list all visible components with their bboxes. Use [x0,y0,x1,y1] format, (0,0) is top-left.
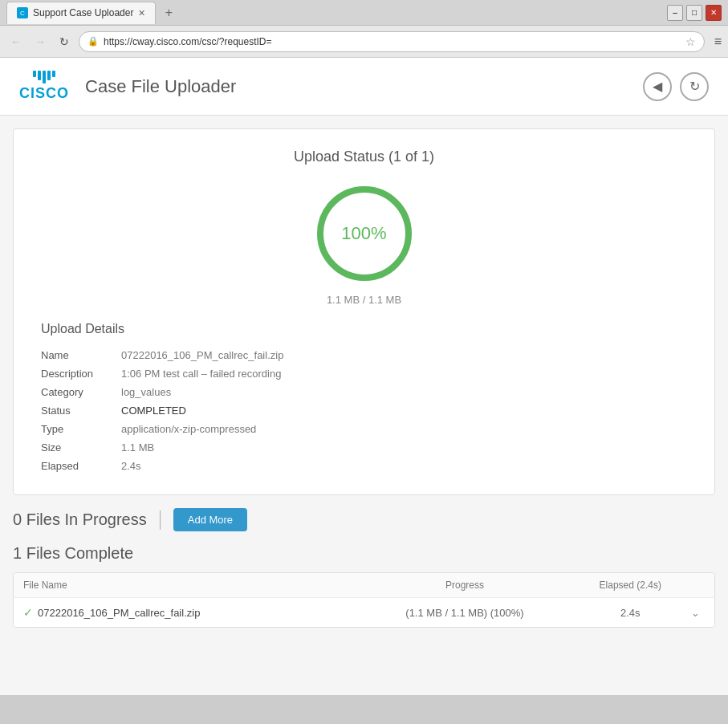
file-size-text: 1.1 MB / 1.1 MB [327,294,401,306]
detail-value-category: log_values [121,386,687,398]
browser-tab[interactable]: C Support Case Uploader ✕ [6,2,156,24]
table-row: ✓ 07222016_106_PM_callrec_fail.zip (1.1 … [14,598,714,627]
refresh-icon-btn[interactable]: ↻ [680,72,709,101]
detail-elapsed: Elapsed 2.4s [41,457,687,475]
row-elapsed: 2.4s [575,607,686,619]
table-header: File Name Progress Elapsed (2.4s) [14,573,714,598]
detail-label-type: Type [41,423,121,435]
cisco-bar-1 [33,71,36,77]
back-icon-btn[interactable]: ◀ [643,72,672,101]
page-title: Case File Uploader [85,76,236,97]
col-header-expand [685,580,705,591]
navbar: ← → ↻ 🔒 https://cway.cisco.com/csc/?requ… [0,26,728,58]
cisco-bar-2 [38,71,41,80]
filename-text: 07222016_106_PM_callrec_fail.zip [38,607,200,619]
detail-value-type: application/x-zip-compressed [121,423,687,435]
refresh-button[interactable]: ↻ [55,32,74,51]
tab-close-btn[interactable]: ✕ [138,8,145,18]
detail-value-elapsed: 2.4s [121,460,687,472]
divider [160,510,161,530]
upload-section: Upload Status (1 of 1) 100% 1.1 MB / 1.1… [13,128,715,495]
back-button[interactable]: ← [6,32,26,51]
cisco-logo-bars [33,71,55,83]
files-complete-table: File Name Progress Elapsed (2.4s) ✓ 0722… [13,572,715,628]
url-text: https://cway.cisco.com/csc/?requestID= [104,36,681,47]
maximize-button[interactable]: □ [686,5,702,21]
header-icons: ◀ ↻ [643,72,709,101]
detail-label-size: Size [41,441,121,454]
detail-label-description: Description [41,368,121,380]
add-more-button[interactable]: Add More [173,508,247,531]
cisco-bar-3 [43,71,46,83]
close-button[interactable]: ✕ [706,5,722,21]
cisco-bar-5 [52,71,55,77]
col-header-elapsed: Elapsed (2.4s) [575,580,686,591]
row-expand-icon[interactable]: ⌄ [685,607,705,619]
forward-button[interactable]: → [31,32,50,51]
progress-container: 100% 1.1 MB / 1.1 MB [33,181,695,306]
title-bar: C Support Case Uploader ✕ + – □ ✕ [0,0,728,26]
minimize-button[interactable]: – [667,5,683,21]
detail-value-description: 1:06 PM test call – failed recording [121,368,687,380]
detail-description: Description 1:06 PM test call – failed r… [41,364,687,383]
detail-label-category: Category [41,386,121,398]
detail-label-status: Status [41,405,121,417]
upload-details-title: Upload Details [41,322,687,336]
tab-favicon: C [17,7,28,18]
progress-percent: 100% [341,223,386,244]
upload-status-title: Upload Status (1 of 1) [33,148,695,165]
detail-type: Type application/x-zip-compressed [41,420,687,438]
detail-status: Status COMPLETED [41,401,687,420]
settings-icon[interactable]: ≡ [714,35,722,49]
circular-progress: 100% [312,181,417,286]
ssl-lock-icon: 🔒 [87,36,99,47]
files-complete-title: 1 Files Complete [13,544,715,563]
window-controls: – □ ✕ [667,5,722,21]
cisco-logo: CISCO [19,71,69,102]
detail-value-size: 1.1 MB [121,441,687,454]
files-in-progress-label: 0 Files In Progress [13,510,147,529]
col-header-filename: File Name [23,580,355,591]
col-header-progress: Progress [355,580,575,591]
upload-details: Upload Details Name 07222016_106_PM_call… [33,322,695,475]
new-tab-button[interactable]: + [159,3,178,22]
detail-label-name: Name [41,349,121,361]
cisco-logo-text: CISCO [19,85,69,102]
detail-value-name: 07222016_106_PM_callrec_fail.zip [121,349,687,361]
files-in-progress: 0 Files In Progress Add More [13,508,715,531]
detail-value-status: COMPLETED [121,405,687,417]
check-icon: ✓ [23,606,33,619]
page-content: CISCO Case File Uploader ◀ ↻ Upload Stat… [0,58,728,695]
detail-size: Size 1.1 MB [41,438,687,457]
detail-category: Category log_values [41,383,687,401]
detail-name: Name 07222016_106_PM_callrec_fail.zip [41,346,687,364]
bottom-section: 0 Files In Progress Add More 1 Files Com… [0,508,728,641]
detail-label-elapsed: Elapsed [41,460,121,472]
row-progress: (1.1 MB / 1.1 MB) (100%) [355,607,575,619]
tab-title: Support Case Uploader [33,7,133,18]
cisco-header: CISCO Case File Uploader ◀ ↻ [0,58,728,116]
bookmark-button[interactable]: ☆ [685,35,696,48]
row-filename: ✓ 07222016_106_PM_callrec_fail.zip [23,606,355,619]
cisco-bar-4 [47,71,51,80]
address-bar[interactable]: 🔒 https://cway.cisco.com/csc/?requestID=… [79,31,705,52]
